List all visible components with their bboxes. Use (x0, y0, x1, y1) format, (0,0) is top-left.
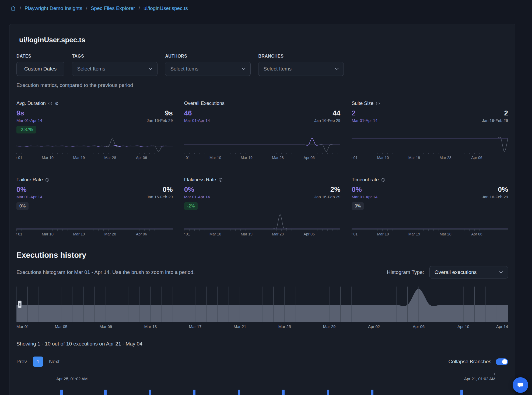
info-icon[interactable] (381, 178, 385, 182)
metric-sparkline: Mar 01Mar 10Mar 19Mar 28Apr 06 (184, 212, 341, 238)
metric-badge: 0% (352, 202, 364, 210)
metric-previous-period: Jan 16-Feb 29 (147, 118, 173, 123)
executions-histogram[interactable] (16, 287, 508, 322)
info-icon[interactable] (219, 178, 223, 182)
histogram-type-label: Histogram Type: (387, 269, 424, 275)
sparkline-chart (184, 136, 341, 153)
spec-insights-card: ui/loginUser.spec.ts DATES Custom Dates … (9, 24, 515, 395)
info-icon[interactable] (45, 178, 49, 182)
metric-values: 9s Mar 01-Apr 14 -2.87% 9s Jan 16-Feb 29 (16, 109, 173, 133)
breadcrumb-separator: / (139, 5, 140, 11)
metric-title: Timeout rate (352, 177, 379, 183)
x-axis-label: Mar 13 (144, 324, 157, 329)
pagination: Prev 1 Next (16, 357, 60, 367)
metric-header: Avg. Duration ⚙ (16, 101, 173, 106)
metric-card: Flakiness Rate 0% Mar 01-Apr 14 -2% 2% J… (184, 177, 341, 238)
custom-dates-button[interactable]: Custom Dates (16, 62, 64, 76)
histogram-x-axis-labels: Mar 01Mar 05Mar 09Mar 13Mar 17Mar 21Mar … (16, 324, 508, 330)
authors-select[interactable]: Select Items (165, 62, 251, 76)
metric-previous-value: 9s (147, 109, 173, 117)
execution-bar-passed[interactable] (238, 390, 240, 395)
x-axis-label: Mar 29 (323, 324, 336, 329)
metric-header: Overall Executions (184, 101, 341, 106)
pagination-next-button[interactable]: Next (49, 359, 60, 365)
gear-icon[interactable]: ⚙ (55, 101, 59, 106)
x-axis-label: Apr 10 (457, 324, 469, 329)
metric-current-value: 2 (352, 109, 377, 117)
x-axis-label: Mar 19 (408, 156, 420, 160)
brush-handle[interactable] (18, 301, 22, 308)
chevron-down-icon (499, 271, 503, 273)
metric-previous-value: 0% (147, 185, 173, 194)
breadcrumb-separator: / (86, 5, 87, 11)
metric-sparkline: Mar 01Mar 10Mar 19Mar 28Apr 06 (352, 212, 508, 238)
chat-launcher-button[interactable] (513, 377, 528, 393)
execution-bar-passed[interactable] (460, 390, 463, 395)
home-icon[interactable] (10, 5, 16, 11)
breadcrumb-link-current-spec[interactable]: ui/loginUser.spec.ts (144, 5, 188, 11)
metric-previous-value: 44 (314, 109, 341, 117)
chat-bubble-icon (517, 381, 524, 389)
execution-bar-passed[interactable] (371, 390, 373, 395)
execution-bar-passed[interactable] (104, 390, 107, 395)
metric-values: 46 Mar 01-Apr 14 0% 44 Jan 16-Feb 29 (184, 109, 341, 133)
metric-card: Suite Size 2 Mar 01-Apr 14 0% 2 Jan 16-F… (352, 101, 508, 161)
metric-card: Failure Rate 0% Mar 01-Apr 14 0% 0% Jan … (16, 177, 173, 238)
breadcrumb: / Playwright Demo Insights / Spec Files … (10, 5, 532, 11)
branches-select-placeholder: Select Items (263, 66, 292, 72)
x-axis-label: Mar 28 (272, 232, 284, 236)
tags-select[interactable]: Select Items (72, 62, 158, 76)
info-icon-glyph (45, 178, 49, 182)
metric-previous-period: Jan 16-Feb 29 (147, 195, 173, 199)
chevron-down-icon (149, 68, 152, 70)
x-axis-label: Mar 28 (440, 232, 452, 236)
metric-card: Overall Executions 46 Mar 01-Apr 14 0% 4… (184, 101, 341, 161)
executions-timeline: Apr 25, 01:02 AM Apr 21, 01:02 AM All Br… (38, 373, 504, 395)
execution-bar-passed[interactable] (282, 390, 285, 395)
info-icon[interactable] (376, 101, 380, 105)
metric-title: Avg. Duration (16, 101, 46, 106)
pagination-prev-button[interactable]: Prev (16, 359, 27, 365)
execution-bar-passed[interactable] (60, 390, 63, 395)
metric-badge: 0% (16, 202, 29, 210)
filters-bar: DATES Custom Dates TAGS Select Items AUT… (16, 54, 508, 76)
x-axis-label: Mar 19 (73, 156, 85, 160)
histogram-type-control: Histogram Type: Overall executions (387, 266, 508, 278)
collapse-branches-toggle[interactable] (496, 358, 508, 365)
breadcrumb-link-insights[interactable]: Playwright Demo Insights (24, 5, 82, 11)
x-axis-label: Mar 10 (209, 156, 221, 160)
x-axis-label: Apr 06 (471, 156, 482, 160)
sparkline-chart (16, 212, 173, 229)
metric-current-value: 0% (352, 185, 377, 194)
metric-previous-period: Jan 16-Feb 29 (482, 118, 508, 123)
metric-previous-value: 0% (482, 185, 508, 194)
tags-filter-label: TAGS (72, 54, 158, 59)
histogram-type-select[interactable]: Overall executions (429, 266, 508, 278)
branches-filter: BRANCHES Select Items (258, 54, 344, 76)
breadcrumb-link-spec-files-explorer[interactable]: Spec Files Explorer (91, 5, 135, 11)
timeline-start-label: Apr 25, 01:02 AM (56, 376, 88, 381)
pagination-page-1[interactable]: 1 (33, 357, 43, 367)
breadcrumb-separator: / (20, 5, 21, 11)
metric-sparkline: Mar 01Mar 10Mar 19Mar 28Apr 06 (184, 136, 341, 161)
metric-header: Suite Size (352, 101, 508, 106)
x-axis-label: Mar 09 (100, 324, 112, 329)
metrics-note: Execution metrics, compared to the previ… (16, 82, 508, 88)
metric-values: 0% Mar 01-Apr 14 0% 0% Jan 16-Feb 29 (352, 185, 508, 210)
execution-bar-passed[interactable] (193, 390, 195, 395)
info-icon[interactable] (48, 101, 52, 105)
branches-select[interactable]: Select Items (258, 62, 344, 76)
x-axis-label: Mar 01 (16, 324, 29, 329)
metric-previous-value: 2 (482, 109, 508, 117)
metric-title: Overall Executions (184, 101, 225, 106)
x-axis-label: Apr 06 (304, 156, 315, 160)
timeline-end-label: Apr 21, 01:02 AM (464, 376, 495, 381)
x-axis-label: Mar 28 (104, 232, 116, 236)
metric-values: 0% Mar 01-Apr 14 0% 0% Jan 16-Feb 29 (16, 185, 173, 210)
executions-history-title: Executions history (16, 251, 508, 260)
x-axis-label: Mar 01 (184, 232, 190, 236)
execution-bar-passed[interactable] (149, 390, 151, 395)
metric-values: 0% Mar 01-Apr 14 -2% 2% Jan 16-Feb 29 (184, 185, 341, 210)
metrics-grid: Avg. Duration ⚙ 9s Mar 01-Apr 14 -2.87% … (16, 101, 508, 238)
execution-bar-passed[interactable] (327, 390, 329, 395)
